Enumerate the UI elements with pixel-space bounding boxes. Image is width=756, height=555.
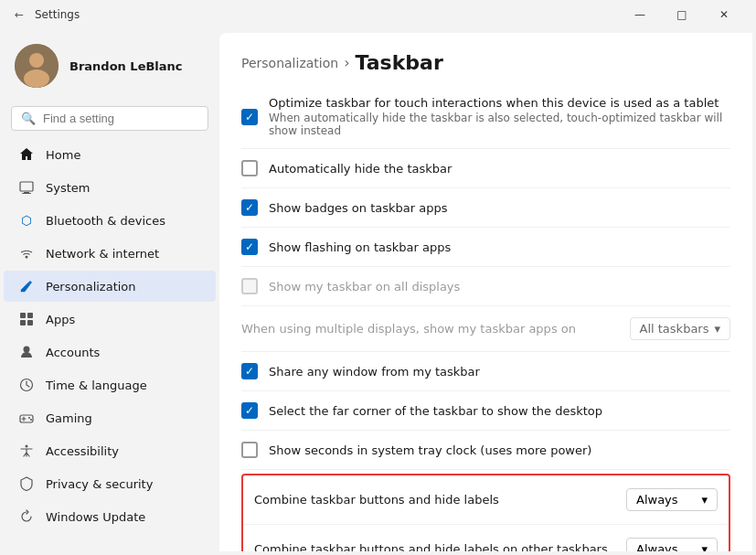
svg-rect-10 <box>27 320 33 326</box>
far-corner-label: Select the far corner of the taskbar to … <box>269 404 730 418</box>
sidebar-item-accounts[interactable]: Accounts <box>4 336 216 368</box>
search-box[interactable]: 🔍 <box>11 106 208 131</box>
home-icon <box>18 146 35 163</box>
svg-point-14 <box>28 417 30 419</box>
sidebar-item-apps[interactable]: Apps <box>4 304 216 335</box>
sidebar-item-system-label: System <box>46 181 90 195</box>
window-title: Settings <box>35 8 80 21</box>
combine-buttons-label: Combine taskbar buttons and hide labels <box>254 493 626 507</box>
checkbox-unchecked-icon2 <box>241 442 258 458</box>
svg-point-15 <box>30 419 32 421</box>
sidebar-item-privacy-label: Privacy & security <box>46 477 153 491</box>
all-displays-label: Show my taskbar on all displays <box>269 280 730 294</box>
network-icon <box>18 245 35 261</box>
sidebar-item-time[interactable]: Time & language <box>4 369 216 400</box>
dropdown-chevron: ▾ <box>714 322 720 336</box>
sidebar-item-accessibility[interactable]: Accessibility <box>4 435 216 466</box>
svg-point-6 <box>26 256 28 259</box>
checkbox-share-window[interactable]: ✓ <box>241 363 258 379</box>
sidebar-item-home[interactable]: Home <box>4 139 216 170</box>
bluetooth-icon: ⬡ <box>18 212 35 229</box>
checkbox-all-displays <box>241 278 258 294</box>
breadcrumb-current: Taskbar <box>356 51 443 74</box>
combine-other-dropdown[interactable]: Always ▾ <box>626 538 718 551</box>
checkbox-unchecked-icon <box>241 160 258 176</box>
checkbox-checked-icon2: ✓ <box>241 199 258 216</box>
checkbox-checked-icon: ✓ <box>241 109 258 125</box>
sidebar: Brandon LeBlanc 🔍 Home System <box>0 29 219 555</box>
sidebar-item-bluetooth[interactable]: ⬡ Bluetooth & devices <box>4 205 216 236</box>
back-button[interactable]: ← <box>11 6 27 23</box>
maximize-button[interactable]: □ <box>661 0 703 29</box>
content-scroll: ✓ Optimize taskbar for touch interaction… <box>219 85 752 551</box>
combine-other-value: Always <box>636 542 678 551</box>
sidebar-item-gaming[interactable]: Gaming <box>4 402 216 433</box>
checkbox-show-flashing[interactable]: ✓ <box>241 239 258 255</box>
breadcrumb-parent: Personalization <box>241 56 338 70</box>
svg-point-1 <box>29 53 44 68</box>
svg-point-2 <box>24 69 49 88</box>
svg-rect-3 <box>20 182 33 191</box>
close-button[interactable]: ✕ <box>703 0 745 29</box>
combine-buttons-value: Always <box>636 493 678 507</box>
sidebar-item-accounts-label: Accounts <box>46 346 100 359</box>
search-input[interactable] <box>43 112 198 125</box>
combine-other-chevron: ▾ <box>701 542 708 551</box>
sidebar-item-network[interactable]: Network & internet <box>4 238 216 269</box>
show-seconds-label: Show seconds in system tray clock (uses … <box>269 443 730 457</box>
sidebar-item-system[interactable]: System <box>4 172 216 203</box>
sidebar-item-apps-label: Apps <box>46 313 75 326</box>
setting-multiple-displays: When using multiple displays, show my ta… <box>241 306 730 352</box>
search-icon: 🔍 <box>21 112 36 125</box>
content-area: Personalization › Taskbar ✓ Optimize tas… <box>219 33 752 551</box>
setting-all-displays: Show my taskbar on all displays <box>241 267 730 306</box>
checkbox-auto-hide[interactable] <box>241 160 258 176</box>
accessibility-icon <box>18 443 35 459</box>
breadcrumb: Personalization › Taskbar <box>241 51 730 74</box>
setting-share-window: ✓ Share any window from my taskbar <box>241 352 730 391</box>
setting-show-flashing: ✓ Show flashing on taskbar apps <box>241 228 730 267</box>
sidebar-item-gaming-label: Gaming <box>46 411 92 425</box>
setting-combine-buttons: Combine taskbar buttons and hide labels … <box>243 475 729 525</box>
sidebar-item-update-label: Windows Update <box>46 510 145 524</box>
gaming-icon <box>18 410 35 426</box>
setting-auto-hide: Automatically hide the taskbar <box>241 149 730 188</box>
update-icon <box>18 508 35 525</box>
checkbox-disabled-icon <box>241 278 258 294</box>
accounts-icon <box>18 344 35 360</box>
user-name: Brandon LeBlanc <box>69 59 183 73</box>
multiple-displays-dropdown[interactable]: All taskbars ▾ <box>630 317 730 340</box>
svg-point-11 <box>24 347 30 353</box>
checkbox-checked-icon3: ✓ <box>241 239 258 255</box>
checkbox-far-corner[interactable]: ✓ <box>241 402 258 419</box>
show-flashing-label: Show flashing on taskbar apps <box>269 240 730 254</box>
privacy-icon <box>18 475 35 492</box>
setting-combine-other: Combine taskbar buttons and hide labels … <box>243 525 729 551</box>
svg-rect-7 <box>20 313 26 318</box>
checkbox-optimize-touch[interactable]: ✓ <box>241 109 258 125</box>
share-window-label: Share any window from my taskbar <box>269 365 730 379</box>
optimize-touch-sublabel: When automatically hide the taskbar is a… <box>269 112 730 137</box>
checkbox-show-badges[interactable]: ✓ <box>241 199 258 216</box>
sidebar-item-privacy[interactable]: Privacy & security <box>4 468 216 499</box>
apps-icon <box>18 311 35 327</box>
avatar <box>15 44 59 88</box>
checkbox-show-seconds[interactable] <box>241 442 258 458</box>
sidebar-item-time-label: Time & language <box>46 379 147 392</box>
multiple-displays-value: All taskbars <box>640 322 709 336</box>
sidebar-item-network-label: Network & internet <box>46 247 159 261</box>
svg-point-16 <box>26 445 28 448</box>
setting-show-seconds: Show seconds in system tray clock (uses … <box>241 431 730 470</box>
setting-optimize-touch: ✓ Optimize taskbar for touch interaction… <box>241 85 730 149</box>
show-badges-label: Show badges on taskbar apps <box>269 201 730 215</box>
multiple-displays-label: When using multiple displays, show my ta… <box>241 322 619 336</box>
optimize-touch-label: Optimize taskbar for touch interactions … <box>269 96 730 110</box>
sidebar-item-personalization[interactable]: Personalization <box>4 271 216 302</box>
setting-far-corner: ✓ Select the far corner of the taskbar t… <box>241 391 730 431</box>
svg-rect-9 <box>20 320 26 326</box>
minimize-button[interactable]: — <box>619 0 661 29</box>
combine-buttons-dropdown[interactable]: Always ▾ <box>626 488 718 511</box>
breadcrumb-sep: › <box>344 54 349 71</box>
sidebar-item-update[interactable]: Windows Update <box>4 501 216 532</box>
highlighted-settings-box: Combine taskbar buttons and hide labels … <box>241 474 730 551</box>
